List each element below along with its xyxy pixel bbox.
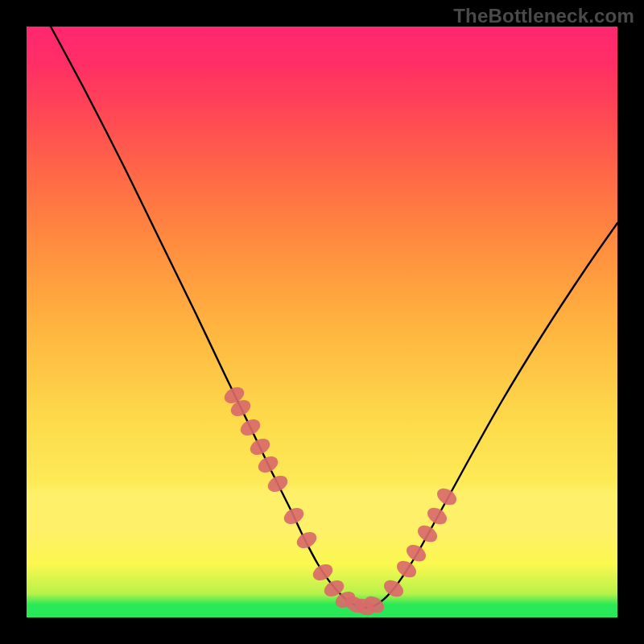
chart-svg xyxy=(27,27,617,617)
highlight-dot xyxy=(424,504,450,527)
bottleneck-curve xyxy=(51,27,617,608)
highlight-dot xyxy=(310,561,335,584)
highlight-dot xyxy=(415,522,440,545)
highlight-dot xyxy=(294,529,319,551)
watermark-label: TheBottleneck.com xyxy=(453,5,634,27)
highlight-dot xyxy=(255,453,280,476)
highlight-dot-group xyxy=(221,384,459,619)
plot-area xyxy=(27,27,617,617)
chart-frame: TheBottleneck.com xyxy=(0,0,644,644)
highlight-dot xyxy=(434,485,460,508)
highlight-dot xyxy=(247,436,272,458)
highlight-dot xyxy=(237,416,262,439)
highlight-dot xyxy=(265,473,290,495)
highlight-dot xyxy=(381,576,407,600)
highlight-dot xyxy=(403,541,429,564)
highlight-dot xyxy=(394,557,419,580)
highlight-dot xyxy=(281,505,306,527)
